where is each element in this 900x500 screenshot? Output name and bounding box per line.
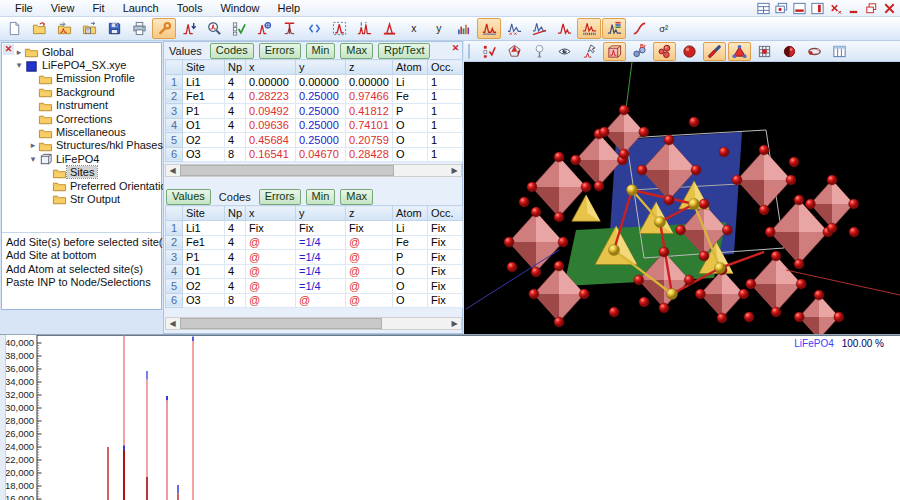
- cell-z[interactable]: 0.74101: [346, 118, 393, 133]
- pattern-calc-icon[interactable]: [477, 18, 501, 39]
- tree-item-emission-profile[interactable]: Emission Profile: [14, 72, 160, 85]
- cell-occ[interactable]: Fix: [428, 250, 463, 265]
- cell-occ[interactable]: Fix: [428, 279, 463, 294]
- import-doc-folder-icon[interactable]: [77, 18, 101, 39]
- tree-item-global[interactable]: ▸Global: [14, 45, 160, 58]
- scroll-thumb[interactable]: [180, 318, 382, 329]
- action-add-site-at-bottom[interactable]: Add Site at bottom: [6, 249, 161, 262]
- structure-table-icon[interactable]: [828, 42, 851, 61]
- cell-y[interactable]: =1/4: [296, 235, 346, 250]
- cell-y[interactable]: 0.25000: [296, 118, 346, 133]
- grid-cell-icon[interactable]: [753, 42, 776, 61]
- menu-file[interactable]: File: [6, 1, 42, 15]
- action-add-atom-at-selected-site-s-[interactable]: Add Atom at selected site(s): [6, 263, 161, 276]
- cell-occ[interactable]: 1: [428, 75, 463, 90]
- cell-site[interactable]: Fe1: [183, 235, 225, 250]
- cell-num[interactable]: 5: [166, 133, 183, 148]
- menu-fit[interactable]: Fit: [83, 1, 113, 15]
- cell-np[interactable]: 4: [225, 250, 246, 265]
- multi-pattern-icon[interactable]: [452, 18, 476, 39]
- cell-x[interactable]: @: [246, 293, 296, 308]
- scroll-thumb[interactable]: [180, 165, 394, 176]
- cell-np[interactable]: 4: [225, 133, 246, 148]
- cell-np[interactable]: 4: [225, 221, 246, 236]
- cell-atom[interactable]: O: [393, 147, 428, 162]
- y-axis-icon[interactable]: y: [427, 18, 451, 39]
- cell-x[interactable]: 0.16541: [246, 147, 296, 162]
- cell-num[interactable]: 5: [166, 279, 183, 294]
- open-folder-icon[interactable]: [27, 18, 51, 39]
- cell-x[interactable]: @: [246, 264, 296, 279]
- menu-window[interactable]: Window: [211, 1, 268, 15]
- cell-y[interactable]: =1/4: [296, 264, 346, 279]
- scroll-right-icon[interactable]: ▶: [448, 318, 461, 329]
- split-horizontal-icon[interactable]: [791, 1, 807, 15]
- cell-atom[interactable]: O: [393, 118, 428, 133]
- cell-occ[interactable]: Fix: [428, 264, 463, 279]
- cell-np[interactable]: 4: [225, 235, 246, 250]
- cell-atom[interactable]: Fe: [393, 89, 428, 104]
- minimize-window-icon[interactable]: [845, 1, 861, 15]
- tab-min-button[interactable]: Min: [306, 189, 336, 205]
- tab-rpt-text-button[interactable]: Rpt/Text: [378, 43, 430, 59]
- close-window-icon[interactable]: [881, 1, 897, 15]
- cell-x[interactable]: Fix: [246, 221, 296, 236]
- cell-y[interactable]: 0.04670: [296, 147, 346, 162]
- cell-occ[interactable]: Fix: [428, 235, 463, 250]
- tab-values-button[interactable]: Values: [166, 189, 211, 205]
- cell-site[interactable]: O2: [183, 133, 225, 148]
- cell-site[interactable]: O3: [183, 147, 225, 162]
- peak-tolerance-icon[interactable]: [277, 18, 301, 39]
- codes-block-hscrollbar[interactable]: ◀▶: [165, 317, 462, 330]
- tree-item-background[interactable]: Background: [14, 85, 160, 98]
- insert-peak-icon[interactable]: [177, 18, 201, 39]
- cell-x[interactable]: 0.28223: [246, 89, 296, 104]
- code-editor-icon[interactable]: [302, 18, 326, 39]
- cell-y[interactable]: Fix: [296, 221, 346, 236]
- cell-occ[interactable]: 1: [428, 104, 463, 119]
- tab-max-button[interactable]: Max: [340, 43, 373, 59]
- sigma-squared-icon[interactable]: σ²: [652, 18, 676, 39]
- cell-y[interactable]: =1/4: [296, 279, 346, 294]
- cell-z[interactable]: 0.97466: [346, 89, 393, 104]
- cell-atom[interactable]: Fe: [393, 235, 428, 250]
- cell-site[interactable]: P1: [183, 250, 225, 265]
- cell-occ[interactable]: 1: [428, 89, 463, 104]
- window-tile-grid-icon[interactable]: [755, 1, 771, 15]
- action-add-site-s-before-selected-sit[interactable]: Add Site(s) before selected site(s): [6, 236, 161, 249]
- cell-np[interactable]: 4: [225, 75, 246, 90]
- diffraction-plot[interactable]: 40,00038,00036,00034,00032,00030,00028,0…: [0, 335, 900, 500]
- cell-site[interactable]: O1: [183, 264, 225, 279]
- expander-icon[interactable]: ▾: [28, 154, 38, 164]
- cell-atom[interactable]: O: [393, 264, 428, 279]
- cell-y[interactable]: 0.25000: [296, 89, 346, 104]
- tree-item-structures-hkl-phases[interactable]: ▸Structures/hkl Phases: [14, 139, 160, 152]
- cell-z[interactable]: @: [346, 250, 393, 265]
- tree-item-lifepo4-sx-xye[interactable]: ▾LiFePO4_SX.xye: [14, 58, 160, 71]
- cell-occ[interactable]: 1: [428, 133, 463, 148]
- menu-launch[interactable]: Launch: [114, 1, 168, 15]
- cell-occ[interactable]: Fix: [428, 221, 463, 236]
- tab-codes-active[interactable]: Codes: [216, 191, 254, 203]
- add-peaks-icon[interactable]: [352, 18, 376, 39]
- cell-site[interactable]: P1: [183, 104, 225, 119]
- split-vertical-icon[interactable]: [809, 1, 825, 15]
- menu-view[interactable]: View: [42, 1, 84, 15]
- tree-item-preferred-orientation[interactable]: Preferred Orientation: [14, 179, 160, 192]
- scroll-left-icon[interactable]: ◀: [166, 165, 179, 176]
- cell-x[interactable]: @: [246, 250, 296, 265]
- cumulative-curve-icon[interactable]: [627, 18, 651, 39]
- cell-y[interactable]: 0.25000: [296, 133, 346, 148]
- menu-help[interactable]: Help: [269, 1, 310, 15]
- cell-occ[interactable]: 1: [428, 118, 463, 133]
- scan-window-icon[interactable]: [327, 18, 351, 39]
- values-block-hscrollbar[interactable]: ◀▶: [165, 164, 462, 177]
- lighting-bulb-icon[interactable]: [528, 42, 551, 61]
- cell-x[interactable]: 0.45684: [246, 133, 296, 148]
- tab-values-active[interactable]: Values: [166, 45, 205, 57]
- cell-site[interactable]: O3: [183, 293, 225, 308]
- cell-np[interactable]: 4: [225, 264, 246, 279]
- cell-np[interactable]: 8: [225, 147, 246, 162]
- unit-cell-box-icon[interactable]: [603, 42, 626, 61]
- pattern-stack-icon[interactable]: [602, 18, 626, 39]
